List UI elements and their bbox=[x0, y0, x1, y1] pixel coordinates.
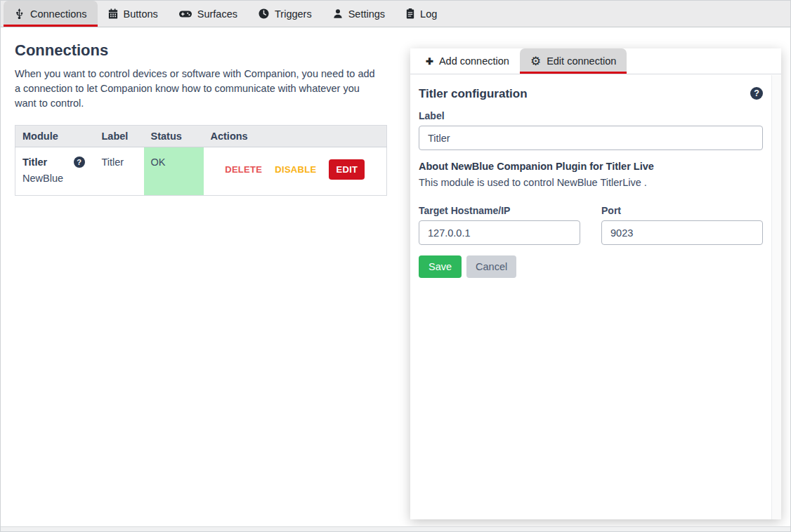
port-input[interactable] bbox=[601, 220, 763, 245]
tab-label: Add connection bbox=[439, 55, 509, 67]
tab-log[interactable]: Log bbox=[396, 1, 447, 27]
col-header-module: Module bbox=[15, 126, 95, 147]
gamepad-icon bbox=[179, 10, 192, 18]
tab-label: Edit connection bbox=[547, 55, 616, 67]
tab-edit-connection[interactable]: Edit connection bbox=[520, 48, 627, 74]
clipboard-icon bbox=[406, 8, 414, 19]
disable-button[interactable]: DISABLE bbox=[275, 164, 316, 175]
tab-add-connection[interactable]: Add connection bbox=[415, 48, 520, 74]
tab-surfaces[interactable]: Surfaces bbox=[169, 1, 248, 27]
page-description: When you want to control devices or soft… bbox=[15, 67, 380, 111]
tab-label: Surfaces bbox=[197, 8, 237, 20]
table-header-row: Module Label Status Actions bbox=[15, 126, 387, 147]
tab-settings[interactable]: Settings bbox=[322, 1, 396, 27]
hostname-input[interactable] bbox=[419, 220, 580, 245]
about-text: This module is used to control NewBlue T… bbox=[419, 177, 763, 188]
about-heading: About NewBlue Companion Plugin for Title… bbox=[419, 161, 763, 172]
connections-table: Module Label Status Actions Titler NewBl… bbox=[15, 125, 387, 196]
edit-button[interactable]: EDIT bbox=[329, 159, 365, 180]
col-header-status: Status bbox=[144, 126, 204, 147]
label-input[interactable] bbox=[419, 126, 763, 150]
tab-connections[interactable]: Connections bbox=[4, 1, 98, 27]
panel-scrollbar[interactable] bbox=[771, 75, 781, 519]
label-field-label: Label bbox=[419, 110, 763, 121]
clock-icon bbox=[259, 8, 269, 19]
tab-label: Connections bbox=[30, 8, 87, 20]
port-field-label: Port bbox=[601, 205, 763, 216]
tab-buttons[interactable]: Buttons bbox=[98, 1, 169, 27]
window-bottom-edge bbox=[1, 526, 790, 531]
user-icon bbox=[333, 8, 343, 19]
tab-label: Settings bbox=[348, 8, 385, 20]
tab-triggers[interactable]: Triggers bbox=[248, 1, 322, 27]
plus-icon bbox=[426, 55, 433, 67]
delete-button[interactable]: DELETE bbox=[225, 164, 262, 175]
module-help-icon[interactable] bbox=[74, 157, 85, 168]
panel-tab-bar: Add connection Edit connection bbox=[410, 48, 781, 74]
actions-cell: DELETE DISABLE EDIT bbox=[204, 147, 387, 196]
save-button[interactable]: Save bbox=[419, 255, 462, 278]
tab-label: Buttons bbox=[124, 8, 158, 20]
tab-label: Log bbox=[420, 8, 437, 20]
status-cell: OK bbox=[144, 147, 204, 196]
hostname-field-label: Target Hostname/IP bbox=[419, 205, 580, 216]
connections-section: Connections When you want to control dev… bbox=[1, 28, 410, 526]
config-title: Titler configuration bbox=[419, 87, 528, 101]
col-header-actions: Actions bbox=[204, 126, 387, 147]
main-tab-bar: Connections Buttons Surfaces Triggers Se… bbox=[1, 1, 790, 27]
edit-connection-form: Titler configuration Label About NewBlue… bbox=[410, 75, 771, 519]
page-title: Connections bbox=[15, 41, 396, 60]
tab-label: Triggers bbox=[275, 8, 312, 20]
label-cell: Titler bbox=[95, 147, 144, 196]
table-row: Titler NewBlue Titler OK DELETE DISABLE bbox=[15, 147, 387, 196]
usb-plug-icon bbox=[14, 8, 25, 19]
module-cell: Titler NewBlue bbox=[15, 147, 95, 196]
gear-icon bbox=[530, 55, 541, 67]
calendar-icon bbox=[108, 8, 118, 19]
config-help-icon[interactable] bbox=[750, 87, 763, 100]
connection-panel: Add connection Edit connection Titler co… bbox=[410, 48, 781, 519]
status-badge: OK bbox=[144, 147, 204, 195]
cancel-button[interactable]: Cancel bbox=[466, 255, 516, 278]
module-vendor: NewBlue bbox=[22, 173, 88, 184]
app-window: Connections Buttons Surfaces Triggers Se… bbox=[0, 0, 791, 532]
col-header-label: Label bbox=[95, 126, 144, 147]
module-name: Titler bbox=[22, 157, 47, 168]
